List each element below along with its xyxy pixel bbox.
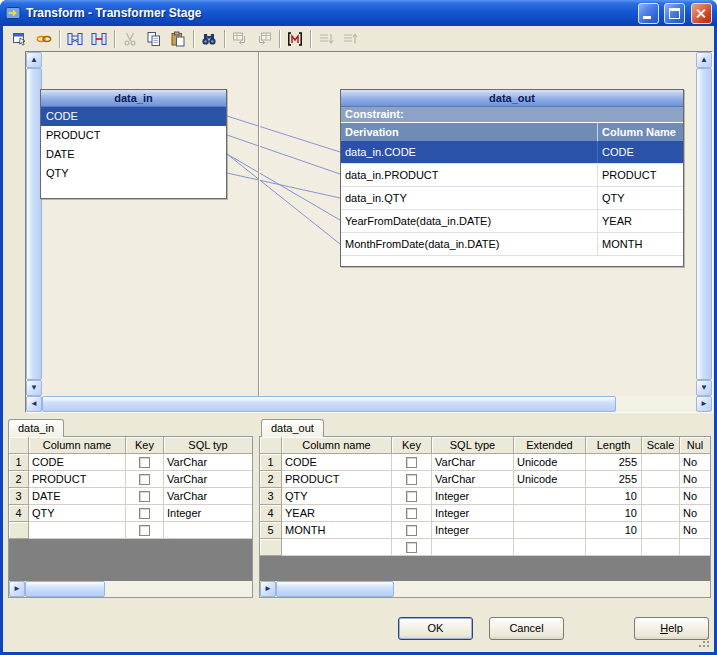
sql-type-header[interactable]: SQL typ [164, 437, 252, 454]
titlebar[interactable]: Transform - Transformer Stage [0, 0, 717, 26]
key-checkbox[interactable] [406, 457, 417, 468]
scroll-left-button[interactable]: ◄ [26, 396, 42, 412]
row-number-cell[interactable]: 5 [260, 522, 282, 539]
scale-cell[interactable] [642, 539, 680, 556]
input-column-row[interactable]: DATE [41, 145, 226, 164]
sql-type-header[interactable]: SQL type [432, 437, 514, 454]
scroll-right-button[interactable]: ► [9, 581, 25, 597]
nullable-cell[interactable]: No [680, 522, 710, 539]
column-auto-match-button[interactable] [283, 28, 307, 50]
row-number-cell[interactable]: 3 [260, 488, 282, 505]
key-checkbox[interactable] [406, 525, 417, 536]
stage-properties-button[interactable] [8, 28, 32, 50]
derivation-cell[interactable]: data_in.QTY [341, 187, 598, 209]
scale-cell[interactable] [642, 505, 680, 522]
scroll-down-button[interactable]: ▼ [26, 380, 42, 396]
input-column-row[interactable]: PRODUCT [41, 126, 226, 145]
length-header[interactable]: Length [586, 437, 642, 454]
derivation-cell[interactable]: data_in.CODE [341, 141, 598, 163]
key-checkbox[interactable] [406, 474, 417, 485]
key-checkbox[interactable] [139, 525, 150, 536]
nullable-header[interactable]: Nul [680, 437, 710, 454]
scroll-right-button[interactable]: ► [696, 396, 712, 412]
row-number-cell[interactable]: 2 [260, 471, 282, 488]
scale-cell[interactable] [642, 488, 680, 505]
constraint-row[interactable]: Constraint: [341, 107, 683, 123]
row-number-cell[interactable]: 1 [260, 454, 282, 471]
key-cell[interactable] [126, 471, 164, 488]
key-cell[interactable] [126, 454, 164, 471]
sql-type-cell[interactable]: Integer [432, 505, 514, 522]
tab-data-out[interactable]: data_out [261, 419, 324, 437]
column-name-cell[interactable]: QTY [282, 488, 392, 505]
extended-header[interactable]: Extended [514, 437, 586, 454]
show-all-relations-button[interactable] [63, 28, 87, 50]
minimize-button[interactable] [638, 3, 659, 24]
sql-type-cell[interactable]: VarChar [164, 454, 252, 471]
load-column-definition-button[interactable] [228, 28, 252, 50]
derivation-cell[interactable]: MonthFromDate(data_in.DATE) [341, 233, 598, 255]
column-name-cell[interactable] [29, 522, 126, 539]
key-cell[interactable] [126, 488, 164, 505]
column-name-cell[interactable]: CODE [282, 454, 392, 471]
row-number-cell[interactable]: 2 [9, 471, 29, 488]
grid-horizontal-scrollbar[interactable]: ◄ ► [260, 581, 710, 597]
column-name-header[interactable]: Column name [29, 437, 126, 454]
input-column-row[interactable]: QTY [41, 164, 226, 183]
column-name-cell[interactable]: YEAR [282, 505, 392, 522]
column-name-cell[interactable]: PRODUCT [598, 164, 683, 186]
sql-type-cell[interactable]: Integer [432, 522, 514, 539]
sql-type-cell[interactable]: VarChar [432, 471, 514, 488]
vertical-scrollbar-thumb[interactable] [696, 68, 712, 380]
close-button[interactable] [691, 3, 712, 24]
paste-button[interactable] [166, 28, 190, 50]
derivation-cell[interactable]: data_in.PRODUCT [341, 164, 598, 186]
row-number-cell[interactable] [260, 539, 282, 556]
tab-data-in[interactable]: data_in [8, 419, 64, 437]
extended-cell[interactable] [514, 488, 586, 505]
nullable-cell[interactable]: No [680, 454, 710, 471]
column-name-cell[interactable]: PRODUCT [29, 471, 126, 488]
column-name-cell[interactable]: QTY [598, 187, 683, 209]
constraints-button[interactable] [32, 28, 56, 50]
sql-type-cell[interactable] [432, 539, 514, 556]
output-mapping-row[interactable]: YearFromDate(data_in.DATE) YEAR [341, 210, 683, 233]
key-cell[interactable] [392, 539, 432, 556]
sql-type-cell[interactable] [164, 522, 252, 539]
column-name-cell[interactable]: DATE [29, 488, 126, 505]
sql-type-cell[interactable]: VarChar [164, 471, 252, 488]
sql-type-cell[interactable]: VarChar [164, 488, 252, 505]
key-cell[interactable] [392, 505, 432, 522]
row-number-cell[interactable]: 4 [9, 505, 29, 522]
scale-cell[interactable] [642, 454, 680, 471]
scale-header[interactable]: Scale [642, 437, 680, 454]
cancel-button[interactable]: Cancel [489, 617, 564, 640]
extended-cell[interactable] [514, 522, 586, 539]
output-link-execution-order-button[interactable] [338, 28, 362, 50]
column-name-cell[interactable]: CODE [29, 454, 126, 471]
output-link-title[interactable]: data_out [341, 90, 683, 107]
key-cell[interactable] [392, 471, 432, 488]
key-header[interactable]: Key [392, 437, 432, 454]
extended-cell[interactable] [514, 505, 586, 522]
scroll-right-button[interactable]: ► [260, 581, 276, 597]
column-name-cell[interactable]: QTY [29, 505, 126, 522]
length-cell[interactable]: 10 [586, 522, 642, 539]
key-checkbox[interactable] [406, 542, 417, 553]
key-checkbox[interactable] [139, 457, 150, 468]
key-cell[interactable] [392, 488, 432, 505]
horizontal-scrollbar-thumb[interactable] [25, 581, 105, 597]
column-name-header[interactable]: Column Name [598, 123, 683, 141]
scroll-down-button[interactable]: ▼ [696, 380, 712, 396]
output-mapping-row[interactable]: data_in.CODE CODE [341, 141, 683, 164]
column-name-cell[interactable]: MONTH [598, 233, 683, 255]
nullable-cell[interactable]: No [680, 488, 710, 505]
row-number-cell[interactable]: 1 [9, 454, 29, 471]
length-cell[interactable]: 10 [586, 488, 642, 505]
output-mapping-row[interactable]: MonthFromDate(data_in.DATE) MONTH [341, 233, 683, 256]
extended-cell[interactable] [514, 539, 586, 556]
output-mapping-row[interactable]: data_in.PRODUCT PRODUCT [341, 164, 683, 187]
key-header[interactable]: Key [126, 437, 164, 454]
output-pane-vertical-scrollbar[interactable]: ▲ ▼ [696, 52, 712, 396]
key-cell[interactable] [392, 522, 432, 539]
